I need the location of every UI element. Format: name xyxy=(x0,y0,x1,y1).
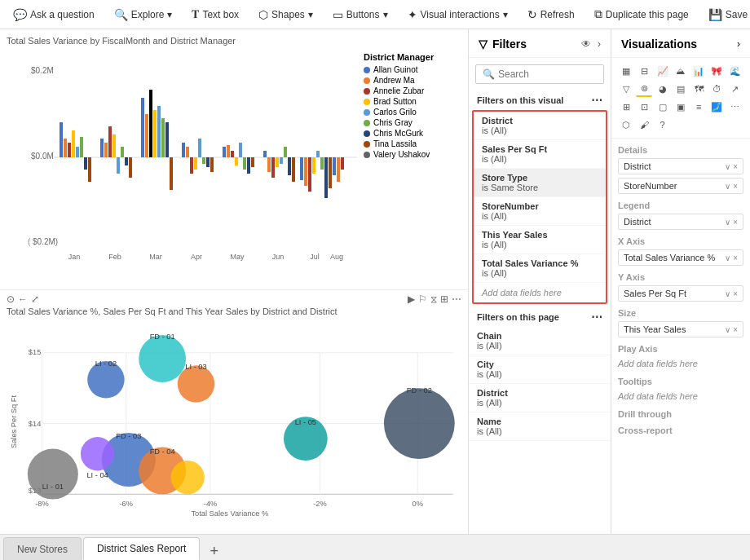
viz-field-legend-district[interactable]: District ∨ × xyxy=(618,214,743,230)
remove-xaxis-icon[interactable]: ∨ × xyxy=(725,254,738,262)
svg-text:FD - 04: FD - 04 xyxy=(150,448,175,456)
svg-text:Total Sales Variance %: Total Sales Variance % xyxy=(191,509,268,518)
viz-field-district[interactable]: District ∨ × xyxy=(618,158,743,174)
viz-icon-question[interactable]: ? xyxy=(655,117,671,133)
viz-icon-pie[interactable]: ◕ xyxy=(655,81,671,97)
viz-icon-combo[interactable]: 📊 xyxy=(690,63,707,79)
tab-add-button[interactable]: + xyxy=(203,543,225,560)
remove-storenumber-icon[interactable]: ∨ × xyxy=(725,182,738,191)
filters-search-box[interactable]: 🔍 xyxy=(475,64,604,84)
svg-rect-46 xyxy=(243,157,246,170)
remove-district-icon[interactable]: ∨ × xyxy=(725,162,738,171)
tab-district-sales-report[interactable]: District Sales Report xyxy=(83,537,200,560)
shapes-button[interactable]: ⬡ Shapes ▾ xyxy=(252,5,320,24)
viz-tooltips-label: Tooltips xyxy=(618,377,743,386)
filter-item-sales-per-sq-ft[interactable]: Sales Per Sq Ft is (All) xyxy=(474,140,606,169)
list-item: Chris McGurk xyxy=(364,129,455,138)
filter-item-total-sales-variance[interactable]: Total Sales Variance % is (All) xyxy=(474,254,606,283)
viz-icon-filter2[interactable]: ⬡ xyxy=(618,117,634,133)
remove-size-icon[interactable]: ∨ × xyxy=(725,325,738,334)
refresh-button[interactable]: ↻ Refresh xyxy=(521,5,581,24)
filters-on-visual-label: Filters on this visual ⋯ xyxy=(469,90,611,110)
viz-icon-area[interactable]: ⛰ xyxy=(673,63,689,79)
viz-play-axis-add[interactable]: Add data fields here xyxy=(618,357,743,370)
more-icon[interactable]: ⋯ xyxy=(452,293,461,305)
visual-filter-icon[interactable]: ⧖ xyxy=(430,293,437,305)
viz-icon-shape-map[interactable]: 🗾 xyxy=(708,99,725,115)
ask-question-button[interactable]: 💬 Ask a question xyxy=(7,5,101,24)
viz-icon-multirow-card[interactable]: ▣ xyxy=(673,99,689,115)
legend-label: Allan Guinot xyxy=(373,65,417,74)
svg-rect-15 xyxy=(104,143,108,157)
svg-rect-60 xyxy=(304,157,307,186)
viz-icon-kpi[interactable]: ↗ xyxy=(727,81,743,97)
add-data-fields-visual[interactable]: Add data fields here xyxy=(474,283,606,302)
filter-icon[interactable]: ⚐ xyxy=(418,293,427,305)
svg-rect-44 xyxy=(235,157,238,165)
viz-cross-report-label: Cross-report xyxy=(618,426,743,435)
filter-item-district[interactable]: District is (All) xyxy=(474,112,606,140)
viz-panel-chevron-right[interactable]: › xyxy=(737,38,740,50)
filter-item-name[interactable]: Name is (All) xyxy=(469,412,611,441)
bottom-chart[interactable]: ⊙ ← ⤢ ▶ ⚐ ⧖ ⊞ ⋯ Total Sales Variance %, … xyxy=(0,290,468,534)
text-box-button[interactable]: 𝐓 Text box xyxy=(185,4,245,24)
buttons-button[interactable]: ▭ Buttons ▾ xyxy=(326,5,395,24)
filters-eye-icon[interactable]: 👁 xyxy=(581,38,591,50)
bubble-li01[interactable] xyxy=(28,449,78,500)
filter-item-store-number[interactable]: StoreNumber is (All) xyxy=(474,197,606,226)
table-icon[interactable]: ⊞ xyxy=(440,293,448,305)
viz-icon-stacked-bar[interactable]: ▦ xyxy=(618,63,634,79)
duplicate-button[interactable]: ⧉ Duplicate this page xyxy=(588,4,695,24)
bubble-li04[interactable] xyxy=(81,437,114,470)
play-icon[interactable]: ▶ xyxy=(408,293,415,305)
back-icon[interactable]: ← xyxy=(18,293,28,305)
filter-item-page-district[interactable]: District is (All) xyxy=(469,384,611,412)
filter-item-this-year-sales[interactable]: This Year Sales is (All) xyxy=(474,226,606,254)
viz-icon-funnel[interactable]: ▽ xyxy=(618,81,634,97)
viz-field-yaxis[interactable]: Sales Per Sq Ft ∨ × xyxy=(618,285,743,302)
explore-button[interactable]: 🔍 Explore ▾ xyxy=(108,5,179,24)
top-chart-svg: $0.2M $0.0M ( $0.2M) xyxy=(7,49,357,269)
visual-interactions-button[interactable]: ✦ Visual interactions ▾ xyxy=(401,5,514,24)
viz-icon-line[interactable]: 📈 xyxy=(655,63,671,79)
svg-text:Mar: Mar xyxy=(149,253,162,261)
focus-icon[interactable]: ⊙ xyxy=(7,293,15,305)
remove-yaxis-icon[interactable]: ∨ × xyxy=(725,289,738,298)
viz-field-xaxis[interactable]: Total Sales Variance % ∨ × xyxy=(618,249,743,266)
viz-icon-map[interactable]: 🗺 xyxy=(690,81,707,97)
filters-on-page-more[interactable]: ⋯ xyxy=(591,311,602,324)
bubble-fd01[interactable] xyxy=(139,335,186,382)
viz-icon-clustered-bar[interactable]: ⊟ xyxy=(636,63,652,79)
viz-icon-gauge[interactable]: ⏱ xyxy=(708,81,725,97)
top-chart[interactable]: Total Sales Variance by FiscalMonth and … xyxy=(0,29,468,290)
viz-icon-scatter[interactable]: ⊚ xyxy=(636,81,652,97)
remove-legend-district-icon[interactable]: ∨ × xyxy=(725,218,738,227)
viz-icon-treemap[interactable]: ▤ xyxy=(673,81,689,97)
viz-icon-more[interactable]: ⋯ xyxy=(727,99,743,115)
viz-field-size[interactable]: This Year Sales ∨ × xyxy=(618,321,743,337)
filters-on-visual-container: District is (All) Sales Per Sq Ft is (Al… xyxy=(472,110,607,304)
filters-chevron-right-icon[interactable]: › xyxy=(598,38,601,50)
viz-icon-waterfall[interactable]: 🌊 xyxy=(727,63,743,79)
save-button[interactable]: 💾 Save xyxy=(702,5,750,24)
search-input[interactable] xyxy=(498,68,597,80)
viz-icon-ribbon[interactable]: 🎀 xyxy=(708,63,725,79)
viz-field-storenumber[interactable]: StoreNumber ∨ × xyxy=(618,178,743,194)
viz-icon-paint[interactable]: 🖌 xyxy=(636,117,652,133)
viz-icon-slicer[interactable]: ≡ xyxy=(690,99,707,115)
filter-item-chain[interactable]: Chain is (All) xyxy=(469,327,611,355)
viz-tooltips-add[interactable]: Add data fields here xyxy=(618,390,743,403)
bubble-fd02[interactable] xyxy=(384,388,455,459)
viz-icon-card[interactable]: ▢ xyxy=(655,99,671,115)
filter-item-city[interactable]: City is (All) xyxy=(469,355,611,384)
tab-new-stores[interactable]: New Stores xyxy=(3,537,82,560)
bubble-yellow[interactable] xyxy=(171,461,205,494)
expand-icon[interactable]: ⤢ xyxy=(31,293,39,305)
filters-on-visual-more[interactable]: ⋯ xyxy=(591,94,602,107)
filter-item-store-type[interactable]: Store Type is Same Store xyxy=(474,169,606,197)
svg-rect-35 xyxy=(194,157,197,170)
viz-icon-table[interactable]: ⊞ xyxy=(618,99,634,115)
svg-rect-32 xyxy=(182,143,185,157)
viz-icon-matrix[interactable]: ⊡ xyxy=(636,99,652,115)
explore-dropdown-icon: ▾ xyxy=(167,9,172,20)
